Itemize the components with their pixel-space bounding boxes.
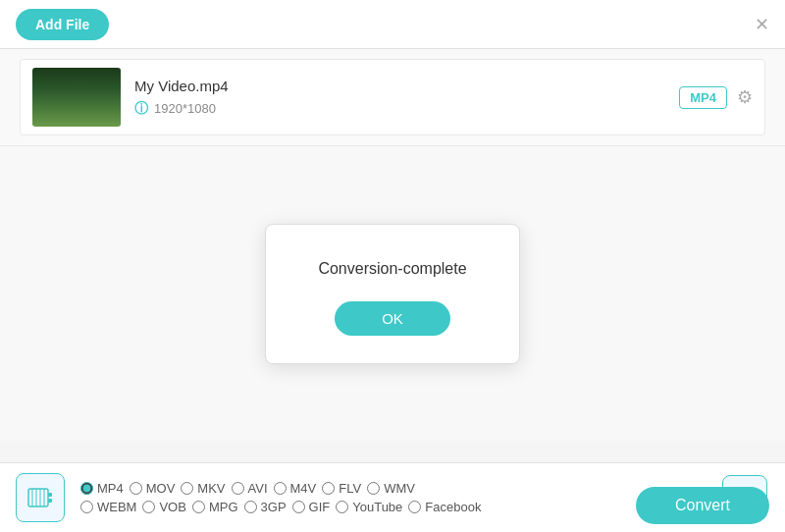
dialog-title: Conversion-complete [295, 260, 490, 278]
format-avi[interactable]: AVI [232, 481, 268, 496]
close-button[interactable]: ✕ [755, 14, 769, 35]
format-wmv[interactable]: WMV [367, 481, 415, 496]
conversion-dialog: Conversion-complete OK [265, 224, 520, 364]
svg-rect-5 [48, 493, 52, 497]
file-list: My Video.mp4 ⓘ 1920*1080 MP4 ⚙ [0, 49, 785, 146]
main-content: Conversion-complete OK [0, 146, 785, 441]
format-facebook[interactable]: Facebook [408, 500, 481, 514]
convert-area: Convert [636, 487, 769, 524]
file-meta: ⓘ 1920*1080 [134, 100, 665, 118]
settings-button[interactable]: ⚙ [737, 86, 753, 108]
format-vob[interactable]: VOB [142, 500, 185, 514]
add-file-button[interactable]: Add File [16, 9, 109, 40]
file-actions: MP4 ⚙ [679, 86, 753, 109]
info-icon: ⓘ [134, 100, 148, 118]
format-mkv[interactable]: MKV [181, 481, 225, 496]
format-mov[interactable]: MOV [130, 481, 176, 496]
format-3gp[interactable]: 3GP [244, 500, 287, 514]
format-youtube[interactable]: YouTube [336, 500, 402, 514]
file-info: My Video.mp4 ⓘ 1920*1080 [134, 78, 665, 118]
format-webm[interactable]: WEBM [80, 500, 136, 514]
format-m4v[interactable]: M4V [274, 481, 317, 496]
svg-rect-0 [28, 489, 48, 506]
svg-rect-6 [48, 499, 52, 503]
file-item: My Video.mp4 ⓘ 1920*1080 MP4 ⚙ [20, 59, 765, 135]
title-bar: Add File ✕ [0, 0, 785, 49]
file-resolution: 1920*1080 [154, 101, 216, 116]
format-mp4[interactable]: MP4 [80, 481, 124, 496]
format-gif[interactable]: GIF [292, 500, 331, 514]
dialog-overlay: Conversion-complete OK [0, 146, 785, 441]
format-flv[interactable]: FLV [322, 481, 361, 496]
file-thumbnail [32, 68, 121, 127]
video-format-icon[interactable] [16, 473, 65, 522]
convert-button[interactable]: Convert [636, 487, 769, 524]
ok-button[interactable]: OK [335, 301, 450, 336]
format-mpg[interactable]: MPG [192, 500, 238, 514]
format-badge[interactable]: MP4 [679, 86, 727, 109]
file-name: My Video.mp4 [134, 78, 665, 94]
